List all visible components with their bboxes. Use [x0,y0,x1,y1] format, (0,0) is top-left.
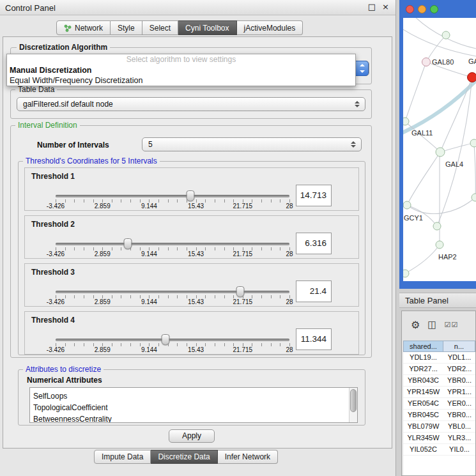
cell[interactable]: YLR3... [443,433,475,443]
threshold-4-slider[interactable] [56,339,289,341]
menu-item-equal-width-frequency[interactable]: Equal Width/Frequency Discretization [7,75,355,86]
node-label-gal80: GAL80 [432,58,454,66]
network-node[interactable] [442,31,450,39]
network-node-hap2[interactable] [436,241,443,249]
table-row[interactable]: YBR043CYBR0... [403,375,475,387]
cell[interactable]: YIL052C [403,444,443,455]
cell[interactable]: YBL079W [403,421,443,432]
algorithm-dropdown-popup: Select algorithm to view settings Manual… [6,54,356,86]
float-window-icon[interactable]: □ [368,2,376,12]
cell[interactable]: YBR0... [443,410,475,420]
network-canvas[interactable]: GAL80 GA GAL11 GAL4 GCY1 HAP2 [403,18,476,281]
threshold-label: Threshold 1 [31,172,75,181]
table-row[interactable]: YBR045CYBR0... [403,410,475,421]
cell[interactable]: YBR045C [403,410,443,420]
list-item-selfloops[interactable]: SelfLoops [30,390,357,402]
apply-button[interactable]: Apply [169,429,215,443]
threshold-2-slider[interactable] [56,243,289,245]
network-node[interactable] [470,139,476,147]
threshold-3-panel: Threshold 3 -3.426 2.859 9.144 15.43 21.… [24,263,359,307]
network-node[interactable] [403,270,409,277]
tab-cyni-toolbox[interactable]: Cyni Toolbox [178,20,236,35]
combo-arrows-icon[interactable] [355,61,369,76]
zoom-window-icon[interactable] [430,5,438,13]
column-header-name[interactable]: n... [443,341,475,352]
node-label-gal11: GAL11 [411,129,433,137]
cell[interactable]: YDL1... [443,352,475,363]
network-node[interactable] [433,222,441,230]
tab-network[interactable]: Network [56,20,111,35]
threshold-label: Threshold 3 [31,268,75,277]
table-row[interactable]: YDR27...YDR2... [403,364,475,375]
table-row[interactable]: YLR345WYLR3... [403,433,475,444]
table-row[interactable]: YIL052CYIL0... [403,444,475,456]
cell[interactable]: YPR145W [403,387,443,397]
table-row[interactable]: YPR145WYPR1... [403,387,475,398]
cell[interactable]: YBL0... [443,421,475,432]
cell[interactable]: YDR27... [403,364,443,374]
threshold-1-value-field[interactable]: 14.713 [296,185,332,206]
threshold-3-value-field[interactable]: 21.4 [296,280,332,302]
scale-label: -3.426 [47,298,65,305]
close-window-icon[interactable] [406,5,414,13]
scale-label: 2.859 [95,203,111,210]
gear-icon[interactable]: ⚙ [411,319,420,331]
threshold-1-slider[interactable] [56,195,289,197]
column-header-shared-name[interactable]: shared... [403,341,443,352]
tab-style[interactable]: Style [111,20,142,35]
numerical-attributes-list[interactable]: SelfLoops TopologicalCoefficient Between… [29,387,358,423]
table-row[interactable]: YBL079WYBL0... [403,421,475,433]
tab-select[interactable]: Select [142,20,178,35]
network-node-gal80[interactable] [422,58,431,66]
cell[interactable]: YBR043C [403,375,443,386]
tab-discretize-data[interactable]: Discretize Data [151,450,217,464]
table-data-combobox[interactable]: galFiltered.sif default node [17,97,365,111]
tab-impute-data[interactable]: Impute Data [94,450,151,464]
list-scrollbar[interactable] [349,388,357,422]
close-icon[interactable]: × [382,2,389,12]
network-node[interactable] [472,194,476,201]
control-panel: Control Panel □ × Network Style Select C… [0,0,396,476]
slider-scale: -3.426 2.859 9.144 15.43 21.715 28 [56,346,289,354]
minimize-window-icon[interactable] [418,5,426,13]
threshold-2-value-field[interactable]: 6.316 [296,233,332,254]
numerical-attributes-label: Numerical Attributes [27,376,102,385]
list-item-betweennesscentrality[interactable]: BetweennessCentrality [30,413,357,423]
cell[interactable]: YDR2... [443,364,475,374]
table-row[interactable]: YDL19...YDL1... [403,352,475,364]
scale-label: 2.859 [95,250,111,257]
table-panel: ⚙ ◫ ☑☑ shared... n... YDL19...YDL1... YD… [401,311,476,476]
select-columns-icon[interactable]: ☑☑ [445,321,459,329]
scale-label: 15.43 [188,346,204,353]
cell[interactable]: YER054C [403,398,443,409]
cell[interactable]: YLR345W [403,433,443,443]
cell[interactable]: YPR1... [443,387,475,397]
node-label-partial: GA [468,58,476,65]
network-node-gcy1[interactable] [403,201,411,209]
cell[interactable]: YER0... [443,398,475,409]
columns-icon[interactable]: ◫ [427,319,436,330]
table-header-row: shared... n... [403,341,475,352]
threshold-4-value-field[interactable]: 11.344 [296,328,332,350]
table-row[interactable]: YER054CYER0... [403,398,475,410]
tab-jactivemodules[interactable]: jActiveModules [237,20,303,35]
threshold-label: Threshold 2 [31,220,75,229]
tab-label: Network [75,24,103,33]
scrollbar-thumb[interactable] [350,389,357,412]
network-node-gal11[interactable] [403,118,409,125]
network-node-selected-red[interactable] [468,73,476,82]
cell[interactable]: YDL19... [403,352,443,363]
tab-label: Infer Network [225,452,270,461]
network-node-gal4[interactable] [436,148,445,157]
menu-item-manual-discretization[interactable]: Manual Discretization [7,65,355,75]
cell[interactable]: YBR0... [443,375,475,386]
list-item-topologicalcoefficient[interactable]: TopologicalCoefficient [30,402,357,413]
window-buttons: □ × [368,2,389,12]
tab-label: Cyni Toolbox [185,24,229,33]
number-of-intervals-combobox[interactable]: 5 [142,137,362,151]
threshold-3-slider[interactable] [56,291,289,293]
scale-label: 9.144 [141,250,157,257]
tab-infer-network[interactable]: Infer Network [218,450,278,464]
network-graph: GAL80 GA GAL11 GAL4 GCY1 HAP2 [403,18,476,281]
cell[interactable]: YIL0... [443,444,475,455]
